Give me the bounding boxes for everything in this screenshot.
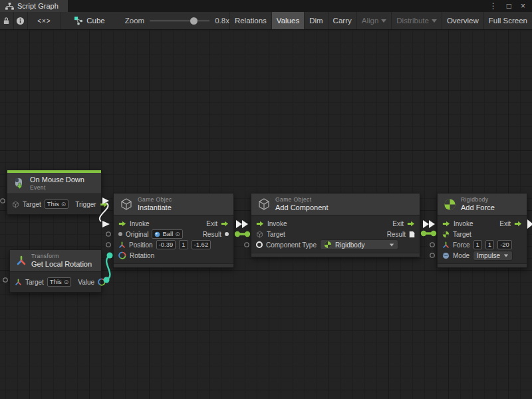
force-y-field[interactable]: 1 [485, 240, 494, 249]
invoke-arrow-icon [442, 221, 450, 227]
port-original[interactable]: Original [126, 231, 148, 238]
exit-arrow-icon [514, 221, 522, 227]
quaternion-icon [118, 251, 126, 259]
object-picker-icon[interactable]: ⊙ [61, 200, 66, 208]
force-z-field[interactable]: -20 [497, 240, 512, 249]
node-instantiate[interactable]: Game Objec Instantiate Invoke Exit Origi… [113, 193, 234, 268]
port-trigger[interactable]: Trigger [75, 201, 96, 208]
component-type-dropdown[interactable]: Rigidbody [320, 239, 398, 250]
port-row: Invoke Exit [251, 218, 420, 229]
wire-exit-to-invoke [236, 220, 248, 228]
object-picker-icon[interactable]: ⊙ [175, 230, 180, 238]
distribute-dropdown[interactable]: Distribute [391, 12, 442, 29]
game-object-icon [12, 201, 19, 208]
quaternion-icon [98, 278, 106, 286]
lock-button[interactable] [0, 12, 14, 29]
align-dropdown[interactable]: Align [356, 12, 392, 29]
zoom-slider-handle[interactable] [190, 17, 198, 25]
node-get-local-rotation[interactable]: Transform Get Local Rotation Target This… [9, 249, 102, 293]
position-z-field[interactable]: -1.62 [192, 240, 211, 249]
port-value[interactable]: Value [78, 279, 94, 286]
wire-result-to-target [421, 231, 436, 236]
node-subtitle: Game Objec [138, 196, 172, 203]
port-target[interactable]: Target [267, 231, 285, 238]
object-picker-icon[interactable]: ⊙ [64, 278, 69, 286]
values-button[interactable]: Values [271, 12, 304, 29]
port-exit[interactable]: Exit [206, 220, 217, 227]
fullscreen-button[interactable]: Full Screen [483, 12, 532, 29]
game-object-icon [120, 198, 133, 211]
kebab-menu-icon[interactable]: ⋮ [489, 2, 497, 10]
port-invoke[interactable]: Invoke [267, 220, 287, 227]
zoom-slider[interactable] [150, 16, 209, 25]
position-x-field[interactable]: -0.39 [156, 240, 176, 249]
vector3-icon [442, 241, 450, 249]
carry-button[interactable]: Carry [328, 12, 356, 29]
exit-arrow-icon [221, 221, 229, 227]
info-button[interactable] [14, 12, 28, 29]
force-x-field[interactable]: 1 [473, 240, 482, 249]
node-add-force[interactable]: Rigidbody Add Force Invoke Exit Target [437, 193, 527, 268]
port-invoke[interactable]: Invoke [130, 220, 149, 227]
tab-script-graph[interactable]: Script Graph [0, 0, 68, 12]
port-exit[interactable]: Exit [392, 220, 404, 227]
node-on-mouse-down[interactable]: On Mouse Down Event Target This ⊙ Trigge… [7, 170, 102, 215]
port-row: Invoke Exit [438, 218, 527, 229]
transform-icon [15, 279, 22, 286]
script-graph-asset-icon [74, 17, 83, 25]
port-result[interactable]: Result [203, 231, 221, 238]
port-exit[interactable]: Exit [499, 220, 511, 227]
port-row: Rotation [114, 250, 233, 261]
zoom-control: Zoom 0.8x [125, 12, 229, 29]
graph-toolbar: <×> Cube Zoom 0.8x Relations Values Dim … [0, 12, 532, 30]
code-view-button[interactable]: <×> [28, 12, 62, 29]
game-object-icon [256, 231, 263, 238]
component-file-icon [409, 231, 415, 238]
port-target[interactable]: Target [453, 231, 471, 238]
graph-name: Cube [86, 17, 105, 25]
overview-button[interactable]: Overview [442, 12, 483, 29]
maximize-icon[interactable]: □ [507, 2, 511, 10]
port-force[interactable]: Force [453, 241, 470, 249]
graph-canvas[interactable]: On Mouse Down Event Target This ⊙ Trigge… [0, 30, 532, 399]
type-port-circle [256, 241, 263, 248]
node-footer [251, 253, 420, 257]
port-target[interactable]: Target [23, 201, 41, 208]
port-rotation[interactable]: Rotation [130, 252, 154, 259]
transform-icon [16, 255, 27, 266]
dim-button[interactable]: Dim [304, 12, 327, 29]
port-row: Position -0.39 1 -1.62 [114, 239, 233, 250]
target-object-field[interactable]: This ⊙ [47, 277, 72, 287]
port-target[interactable]: Target [25, 279, 44, 286]
rigidbody-icon [324, 241, 332, 249]
node-subtitle: Rigidbody [461, 196, 495, 203]
port-result[interactable]: Result [387, 231, 406, 238]
port-position[interactable]: Position [129, 241, 153, 249]
value-port-dot [118, 232, 122, 236]
original-object-field[interactable]: Ball ⊙ [152, 229, 182, 239]
position-y-field[interactable]: 1 [179, 240, 188, 249]
force-mode-dropdown[interactable]: Impulse [473, 251, 513, 261]
node-add-component[interactable]: Game Object Add Component Invoke Exit Ta… [251, 193, 420, 257]
target-object-field[interactable]: This ⊙ [45, 200, 69, 209]
graph-selector[interactable]: Cube [74, 12, 105, 29]
port-component-type[interactable]: Component Type [266, 241, 317, 249]
chevron-down-icon [390, 243, 394, 246]
close-icon[interactable]: × [521, 2, 525, 10]
wire-exit-edge [527, 219, 532, 229]
exit-arrow-icon [407, 221, 415, 227]
node-header: Rigidbody Add Force [438, 194, 527, 215]
tab-bar: Script Graph ⋮ □ × [0, 0, 532, 12]
node-title: Add Force [461, 203, 495, 212]
zoom-value: 0.8x [215, 17, 229, 25]
port-mode[interactable]: Mode [453, 252, 469, 259]
port-invoke[interactable]: Invoke [454, 220, 473, 227]
relations-button[interactable]: Relations [229, 12, 271, 29]
invoke-arrow-icon [256, 221, 264, 227]
info-icon [16, 17, 25, 25]
mouse-down-icon [13, 178, 25, 190]
node-header: Game Objec Instantiate [114, 194, 233, 215]
node-footer [114, 263, 233, 267]
node-header: Game Object Add Component [251, 194, 420, 215]
node-header: On Mouse Down Event [7, 173, 101, 194]
